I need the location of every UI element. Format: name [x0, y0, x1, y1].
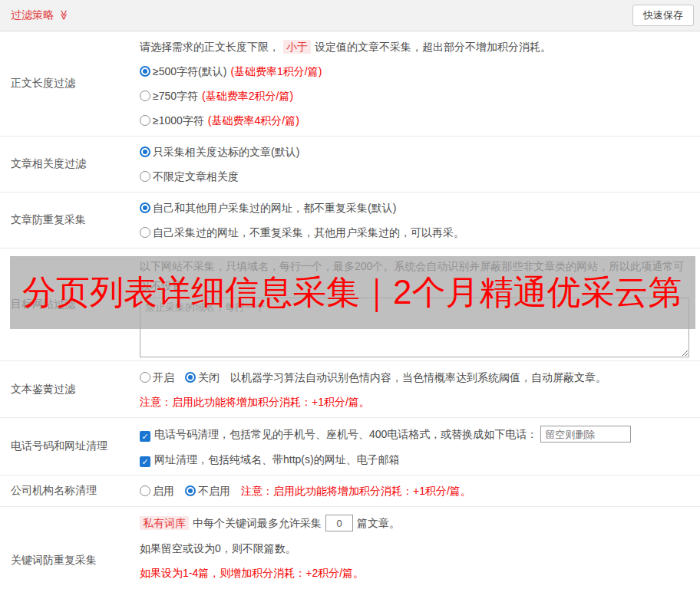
option-label[interactable]: 关闭 — [198, 371, 220, 383]
watermark-text: 分页列表详细信息采集｜2个月精通优采云第 — [10, 270, 682, 315]
url-clean-text[interactable]: 网址清理，包括纯域名、带http(s)的网址、电子邮箱 — [154, 453, 400, 466]
porn-filter-note: 注意：启用此功能将增加积分消耗：+1积分/篇。 — [140, 394, 694, 410]
intro-before: 请选择需求的正文长度下限， — [140, 41, 279, 53]
option-label[interactable]: 不限定文章相关度 — [153, 170, 239, 183]
phone-url-label: 电话号码和网址清理 — [0, 418, 140, 475]
option-label[interactable]: 只采集相关度达标的文章(默认) — [153, 146, 299, 158]
option-label[interactable]: ≥500字符(默认) — [153, 65, 226, 77]
quick-save-button[interactable]: 快速保存 — [632, 5, 694, 26]
radio-500-chars[interactable] — [140, 66, 150, 77]
option-label[interactable]: 自己和其他用户采集过的网址，都不重复采集(默认) — [153, 202, 396, 214]
dedup-label: 文章防重复采集 — [0, 192, 140, 248]
row-porn-filter: 文本鉴黄过滤 开启关闭以机器学习算法自动识别色情内容，当色情概率达到系统阈值，自… — [0, 361, 700, 418]
body-length-intro: 请选择需求的正文长度下限，小于设定值的文章不采集，超出部分不增加积分消耗。 — [140, 39, 694, 54]
option-label[interactable]: 启用 — [153, 485, 174, 497]
phone-clean-option: 电话号码清理，包括常见的手机号、座机号、400电话格式，或替换成如下电话： — [140, 426, 694, 443]
fee-note: (基础费率4积分/篇) — [208, 114, 299, 127]
keyword-limit-text: 中每个关键词最多允许采集 — [193, 517, 322, 529]
keyword-dedup-label: 关键词防重复采集 — [0, 507, 140, 589]
page-title: 过滤策略 ≫ — [11, 8, 70, 22]
company-clean-options: 启用不启用注意：启用此功能将增加积分消耗：+1积分/篇。 — [140, 483, 694, 499]
private-lexicon-badge: 私有词库 — [140, 516, 189, 530]
radio-1000-chars[interactable] — [140, 115, 150, 126]
row-phone-url-clean: 电话号码和网址清理 电话号码清理，包括常见的手机号、座机号、400电话格式，或替… — [0, 418, 700, 475]
body-length-option-1000: ≥1000字符(基础费率4积分/篇) — [140, 113, 694, 128]
relevance-label: 文章相关度过滤 — [0, 137, 140, 192]
option-label[interactable]: ≥750字符 — [153, 90, 198, 102]
keyword-dedup-hint-zero: 如果留空或设为0，则不限篇数。 — [140, 541, 694, 556]
page-title-text: 过滤策略 — [11, 8, 54, 21]
watermark-overlay: 分页列表详细信息采集｜2个月精通优采云第 — [10, 256, 695, 329]
phone-clean-text[interactable]: 电话号码清理，包括常见的手机号、座机号、400电话格式，或替换成如下电话： — [154, 428, 537, 440]
radio-company-on[interactable] — [140, 485, 150, 496]
fee-note: (基础费率1积分/篇) — [230, 65, 322, 77]
radio-dedup-global[interactable] — [140, 202, 150, 213]
radio-relevance-any[interactable] — [140, 171, 150, 182]
checkbox-url-clean[interactable] — [140, 456, 150, 467]
relevance-option-any: 不限定文章相关度 — [140, 169, 694, 184]
option-label[interactable]: 自己采集过的网址，不重复采集，其他用户采集过的，可以再采。 — [153, 226, 464, 239]
body-length-label: 正文长度过滤 — [0, 31, 140, 136]
company-clean-note: 注意：启用此功能将增加积分消耗：+1积分/篇。 — [241, 485, 471, 497]
less-than-highlight: 小于 — [283, 40, 311, 54]
radio-porn-off[interactable] — [185, 372, 196, 383]
row-relevance-filter: 文章相关度过滤 只采集相关度达标的文章(默认) 不限定文章相关度 — [0, 137, 700, 192]
dedup-option-self: 自己采集过的网址，不重复采集，其他用户采集过的，可以再采。 — [140, 225, 694, 240]
option-label[interactable]: 不启用 — [198, 485, 230, 497]
row-dedup-collection: 文章防重复采集 自己和其他用户采集过的网址，都不重复采集(默认) 自己采集过的网… — [0, 192, 700, 248]
porn-filter-label: 文本鉴黄过滤 — [0, 361, 140, 417]
porn-filter-description: 以机器学习算法自动识别色情内容，当色情概率达到系统阈值，自动屏蔽文章。 — [230, 371, 606, 383]
row-keyword-dedup: 关键词防重复采集 私有词库中每个关键词最多允许采集篇文章。 如果留空或设为0，则… — [0, 507, 700, 589]
relevance-option-strict: 只采集相关度达标的文章(默认) — [140, 144, 694, 160]
radio-relevance-strict[interactable] — [140, 146, 150, 157]
row-body-length-filter: 正文长度过滤 请选择需求的正文长度下限，小于设定值的文章不采集，超出部分不增加积… — [0, 31, 700, 137]
url-clean-option: 网址清理，包括纯域名、带http(s)的网址、电子邮箱 — [140, 452, 694, 467]
filter-strategy-page: 过滤策略 ≫ 快速保存 正文长度过滤 请选择需求的正文长度下限，小于设定值的文章… — [0, 0, 700, 589]
body-length-option-750: ≥750字符(基础费率2积分/篇) — [140, 88, 694, 104]
collapse-chevron-icon[interactable]: ≫ — [58, 10, 70, 21]
radio-company-off[interactable] — [185, 485, 196, 496]
radio-750-chars[interactable] — [140, 90, 150, 101]
keyword-limit-unit: 篇文章。 — [357, 517, 400, 529]
porn-filter-options: 开启关闭以机器学习算法自动识别色情内容，当色情概率达到系统阈值，自动屏蔽文章。 — [140, 370, 694, 385]
page-header: 过滤策略 ≫ 快速保存 — [0, 0, 700, 31]
row-company-clean: 公司机构名称清理 启用不启用注意：启用此功能将增加积分消耗：+1积分/篇。 — [0, 475, 700, 507]
radio-porn-on[interactable] — [140, 372, 150, 383]
keyword-dedup-hint-fee: 如果设为1-4篇，则增加积分消耗：+2积分/篇。 — [140, 565, 694, 581]
option-label[interactable]: ≥1000字符 — [153, 114, 204, 127]
keyword-count-input[interactable] — [325, 515, 353, 531]
keyword-dedup-setting: 私有词库中每个关键词最多允许采集篇文章。 — [140, 515, 694, 531]
dedup-option-global: 自己和其他用户采集过的网址，都不重复采集(默认) — [140, 200, 694, 216]
option-label[interactable]: 开启 — [153, 371, 174, 383]
replacement-phone-input[interactable] — [540, 426, 631, 443]
company-clean-label: 公司机构名称清理 — [0, 475, 140, 506]
body-length-option-500: ≥500字符(默认)(基础费率1积分/篇) — [140, 64, 694, 79]
intro-after: 设定值的文章不采集，超出部分不增加积分消耗。 — [315, 41, 551, 53]
fee-note: (基础费率2积分/篇) — [202, 90, 293, 102]
checkbox-phone-clean[interactable] — [140, 431, 150, 442]
radio-dedup-self[interactable] — [140, 227, 150, 238]
